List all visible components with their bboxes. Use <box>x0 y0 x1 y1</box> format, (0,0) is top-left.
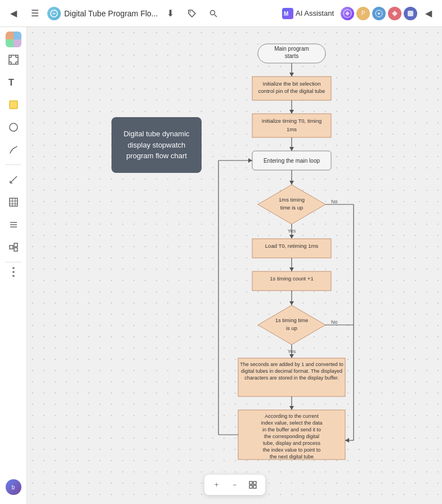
doc-title: Digital Tube Program Flo... <box>64 9 158 18</box>
svg-point-20 <box>10 123 17 131</box>
back-button[interactable]: ◀ <box>5 5 23 23</box>
pen-tool-button[interactable] <box>3 140 24 160</box>
svg-rect-34 <box>14 248 17 251</box>
user-avatar-3[interactable] <box>372 7 386 20</box>
table-tool-button[interactable] <box>3 192 24 212</box>
svg-text:the index value to point to: the index value to point to <box>263 447 321 453</box>
svg-text:the corresponding digital: the corresponding digital <box>264 434 319 439</box>
download-button[interactable]: ⬇ <box>162 5 180 23</box>
svg-text:T: T <box>8 78 14 87</box>
user-avatar-1[interactable] <box>341 7 354 20</box>
svg-rect-33 <box>14 243 17 247</box>
component-button[interactable] <box>3 237 24 257</box>
svg-text:According to the current: According to the current <box>265 413 319 419</box>
svg-marker-99 <box>248 158 252 163</box>
user-avatar-2[interactable]: P <box>356 7 370 20</box>
svg-point-2 <box>210 10 215 15</box>
svg-text:1ms: 1ms <box>287 126 297 132</box>
svg-marker-84 <box>289 406 294 410</box>
sticky-note-button[interactable] <box>3 95 24 115</box>
zoom-out-button[interactable]: − <box>227 477 243 493</box>
svg-text:index value, select the data: index value, select the data <box>261 420 322 426</box>
sidebar-bottom: b <box>6 479 21 499</box>
text-tool-button[interactable]: T <box>3 72 24 92</box>
ai-icon: M <box>282 8 293 19</box>
zoom-bar: + − <box>204 475 265 495</box>
svg-text:tube, display and process: tube, display and process <box>263 440 321 446</box>
frame-tool-button[interactable] <box>3 50 24 70</box>
svg-marker-70 <box>289 301 294 305</box>
svg-point-1 <box>190 11 191 12</box>
svg-rect-19 <box>10 101 17 109</box>
toolbar-left: ◀ ☰ Digital Tube Program Flo... ⬇ <box>5 5 222 23</box>
svg-marker-53 <box>289 181 294 185</box>
ai-label: AI Assistant <box>296 9 334 17</box>
svg-text:digital tubes in decimal forma: digital tubes in decimal format. The dis… <box>241 368 342 374</box>
user-avatar-4[interactable] <box>388 7 401 20</box>
svg-text:Main program: Main program <box>274 46 309 52</box>
toolbar: ◀ ☰ Digital Tube Program Flo... ⬇ M AI A… <box>0 0 442 27</box>
svg-marker-49 <box>289 147 294 151</box>
svg-text:1s timing time: 1s timing time <box>275 317 309 323</box>
svg-text:Entering the main loop: Entering the main loop <box>264 158 320 164</box>
svg-line-21 <box>10 176 17 183</box>
svg-text:starts: starts <box>285 53 298 59</box>
svg-text:the next digital tube: the next digital tube <box>270 454 314 460</box>
svg-text:in the buffer and send it to: in the buffer and send it to <box>262 427 321 432</box>
svg-text:Load T0, retiming 1ms: Load T0, retiming 1ms <box>265 243 319 249</box>
zoom-in-button[interactable]: + <box>209 477 225 493</box>
svg-text:Initialize timing T0, timing: Initialize timing T0, timing <box>262 118 322 124</box>
text-list-button[interactable] <box>3 215 24 235</box>
svg-point-7 <box>378 12 380 15</box>
svg-text:control pin of the digital tub: control pin of the digital tube <box>258 88 325 94</box>
more-options-button[interactable] <box>12 267 15 277</box>
left-sidebar: T <box>0 27 27 504</box>
svg-marker-66 <box>289 267 294 271</box>
svg-rect-24 <box>10 198 17 206</box>
svg-marker-44 <box>289 110 294 114</box>
svg-text:No: No <box>331 199 338 204</box>
svg-text:M: M <box>284 11 288 17</box>
svg-rect-32 <box>10 246 13 249</box>
shapes-button[interactable] <box>3 117 24 137</box>
svg-rect-9 <box>9 55 18 64</box>
connector-tool-button[interactable] <box>3 170 24 190</box>
svg-text:1s timing count +1: 1s timing count +1 <box>270 275 313 282</box>
svg-marker-39 <box>289 73 294 77</box>
main-area: T <box>0 27 442 504</box>
collapse-button[interactable]: ◀ <box>419 5 437 23</box>
canvas[interactable]: Digital tube dynamic display stopwatch p… <box>27 27 442 504</box>
svg-rect-103 <box>253 485 256 488</box>
svg-marker-59 <box>289 235 294 239</box>
title-card: Digital tube dynamic display stopwatch p… <box>111 117 202 173</box>
doc-icon <box>47 7 61 20</box>
svg-marker-76 <box>289 354 294 358</box>
svg-line-3 <box>215 15 217 17</box>
color-palette-button[interactable] <box>6 32 21 47</box>
tag-button[interactable] <box>183 5 201 23</box>
menu-button[interactable]: ☰ <box>26 5 44 23</box>
svg-rect-100 <box>249 481 252 484</box>
ai-assistant-button[interactable]: M AI Assistant <box>278 6 338 21</box>
sidebar-user-avatar[interactable]: b <box>6 479 21 495</box>
title-card-text: Digital tube dynamic display stopwatch p… <box>123 130 189 160</box>
sidebar-divider-2 <box>6 262 21 262</box>
svg-text:No: No <box>331 319 338 325</box>
svg-text:is up: is up <box>286 325 297 331</box>
svg-marker-95 <box>345 438 349 443</box>
svg-text:Initialize the bit selection: Initialize the bit selection <box>263 81 321 87</box>
svg-text:1ms timing: 1ms timing <box>279 197 305 203</box>
svg-rect-101 <box>253 481 256 484</box>
sidebar-divider-1 <box>6 164 21 165</box>
search-button[interactable] <box>204 5 222 23</box>
svg-text:The seconds are added by 1 and: The seconds are added by 1 and converted… <box>240 362 343 367</box>
user-avatar-5[interactable] <box>404 7 417 20</box>
svg-rect-102 <box>249 485 252 488</box>
toolbar-right: M AI Assistant P ◀ <box>278 5 437 23</box>
svg-text:characters are stored in the d: characters are stored in the display buf… <box>244 375 338 381</box>
svg-text:time is up: time is up <box>280 204 303 211</box>
flowchart-svg: Main program starts Initialize the bit s… <box>207 38 442 504</box>
svg-rect-8 <box>408 11 413 16</box>
fit-view-button[interactable] <box>245 477 261 493</box>
